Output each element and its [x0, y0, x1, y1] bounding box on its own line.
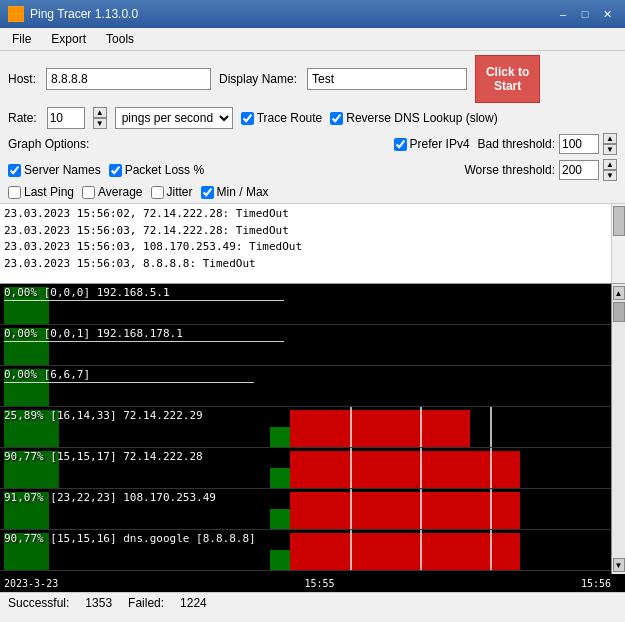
worse-threshold-label: Worse threshold:	[465, 163, 556, 177]
svg-rect-0	[9, 7, 15, 13]
server-names-label[interactable]: Server Names	[8, 163, 101, 177]
last-ping-checkbox[interactable]	[8, 186, 21, 199]
rate-up[interactable]: ▲	[93, 107, 107, 118]
maximize-button[interactable]: □	[575, 5, 595, 23]
start-button[interactable]: Click to Start	[475, 55, 540, 103]
graph-row-label: 90,77% [15,15,16] dns.google [8.8.8.8]	[4, 532, 256, 545]
log-scrollbar-thumb[interactable]	[613, 206, 625, 236]
bad-threshold-down[interactable]: ▼	[603, 144, 617, 155]
display-name-input[interactable]	[307, 68, 467, 90]
graph-row-label: 0,00% [0,0,1] 192.168.178.1	[4, 327, 183, 340]
failed-label: Failed:	[128, 596, 164, 610]
reverse-dns-checkbox-label[interactable]: Reverse DNS Lookup (slow)	[330, 111, 497, 125]
log-line: 23.03.2023 15:56:03, 72.14.222.28: Timed…	[4, 223, 621, 240]
worse-threshold-group: Worse threshold: ▲ ▼	[465, 159, 618, 181]
rate-spinner[interactable]: ▲ ▼	[93, 107, 107, 129]
status-bar: Successful: 1353 Failed: 1224	[0, 592, 625, 612]
server-names-checkbox[interactable]	[8, 164, 21, 177]
graph-row: 0,00% [0,0,0] 192.168.5.1	[0, 284, 625, 325]
app-icon	[8, 6, 24, 22]
bad-threshold-input[interactable]	[559, 134, 599, 154]
log-line: 23.03.2023 15:56:02, 72.14.222.28: Timed…	[4, 206, 621, 223]
graph-row: 91,07% [23,22,23] 108.170.253.49	[0, 489, 625, 530]
menu-tools[interactable]: Tools	[98, 30, 142, 48]
worse-threshold-down[interactable]: ▼	[603, 170, 617, 181]
successful-value: 1353	[85, 596, 112, 610]
bad-threshold-up[interactable]: ▲	[603, 133, 617, 144]
graph-scrollbar[interactable]: ▲ ▼	[611, 284, 625, 574]
last-ping-label[interactable]: Last Ping	[8, 185, 74, 199]
prefer-ipv4-checkbox[interactable]	[394, 138, 407, 151]
display-name-label: Display Name:	[219, 72, 297, 86]
graph-row-label: 0,00% [6,6,7]	[4, 368, 90, 381]
graph-container: 0,00% [0,0,0] 192.168.5.10,00% [0,0,1] 1…	[0, 284, 625, 574]
pings-select[interactable]: pings per second	[115, 107, 233, 129]
graph-row: 0,00% [0,0,1] 192.168.178.1	[0, 325, 625, 366]
svg-rect-3	[17, 15, 23, 21]
graph-row: 90,77% [15,15,16] dns.google [8.8.8.8]	[0, 530, 625, 571]
min-max-label[interactable]: Min / Max	[201, 185, 269, 199]
close-button[interactable]: ✕	[597, 5, 617, 23]
log-scrollbar[interactable]	[611, 204, 625, 283]
worse-threshold-input[interactable]	[559, 160, 599, 180]
log-area: 23.03.2023 15:56:02, 72.14.222.28: Timed…	[0, 204, 625, 284]
toolbar: Host: Display Name: Click to Start Rate:…	[0, 51, 625, 204]
rate-down[interactable]: ▼	[93, 118, 107, 129]
graph-row-label: 25,89% [16,14,33] 72.14.222.29	[4, 409, 203, 422]
graph-row-label: 90,77% [15,15,17] 72.14.222.28	[4, 450, 203, 463]
graph-row: 0,00% [6,6,7]	[0, 366, 625, 407]
host-label: Host:	[8, 72, 36, 86]
graph-options-label: Graph Options:	[8, 137, 89, 151]
menu-file[interactable]: File	[4, 30, 39, 48]
time-start: 2023-3-23	[4, 578, 58, 589]
title-bar: Ping Tracer 1.13.0.0 – □ ✕	[0, 0, 625, 28]
svg-rect-1	[17, 7, 23, 13]
graph-row-label: 91,07% [23,22,23] 108.170.253.49	[4, 491, 216, 504]
min-max-checkbox[interactable]	[201, 186, 214, 199]
bad-threshold-label: Bad threshold:	[478, 137, 555, 151]
worse-threshold-up[interactable]: ▲	[603, 159, 617, 170]
menu-bar: File Export Tools	[0, 28, 625, 51]
graph-row-label: 0,00% [0,0,0] 192.168.5.1	[4, 286, 170, 299]
time-mid: 15:55	[304, 578, 334, 589]
packet-loss-label[interactable]: Packet Loss %	[109, 163, 204, 177]
log-line: 23.03.2023 15:56:03, 108.170.253.49: Tim…	[4, 239, 621, 256]
host-input[interactable]	[46, 68, 211, 90]
graph-row: 25,89% [16,14,33] 72.14.222.29	[0, 407, 625, 448]
menu-export[interactable]: Export	[43, 30, 94, 48]
scroll-thumb[interactable]	[613, 302, 625, 322]
reverse-dns-checkbox[interactable]	[330, 112, 343, 125]
bad-threshold-spinner[interactable]: ▲ ▼	[603, 133, 617, 155]
bad-threshold-group: Bad threshold: ▲ ▼	[478, 133, 617, 155]
log-line: 23.03.2023 15:56:03, 8.8.8.8: TimedOut	[4, 256, 621, 273]
rate-label: Rate:	[8, 111, 37, 125]
window-controls: – □ ✕	[553, 5, 617, 23]
scroll-down[interactable]: ▼	[613, 558, 625, 572]
jitter-label[interactable]: Jitter	[151, 185, 193, 199]
scroll-up[interactable]: ▲	[613, 286, 625, 300]
jitter-checkbox[interactable]	[151, 186, 164, 199]
trace-route-checkbox-label[interactable]: Trace Route	[241, 111, 323, 125]
prefer-ipv4-checkbox-label[interactable]: Prefer IPv4	[394, 137, 470, 151]
title-text: Ping Tracer 1.13.0.0	[30, 7, 138, 21]
worse-threshold-spinner[interactable]: ▲ ▼	[603, 159, 617, 181]
svg-rect-2	[9, 15, 15, 21]
packet-loss-checkbox[interactable]	[109, 164, 122, 177]
time-end: 15:56	[581, 578, 611, 589]
successful-label: Successful:	[8, 596, 69, 610]
trace-route-checkbox[interactable]	[241, 112, 254, 125]
time-axis: 2023-3-23 15:55 15:56	[0, 574, 625, 592]
failed-value: 1224	[180, 596, 207, 610]
average-checkbox[interactable]	[82, 186, 95, 199]
minimize-button[interactable]: –	[553, 5, 573, 23]
graph-row: 90,77% [15,15,17] 72.14.222.28	[0, 448, 625, 489]
rate-input[interactable]	[47, 107, 85, 129]
average-label[interactable]: Average	[82, 185, 142, 199]
